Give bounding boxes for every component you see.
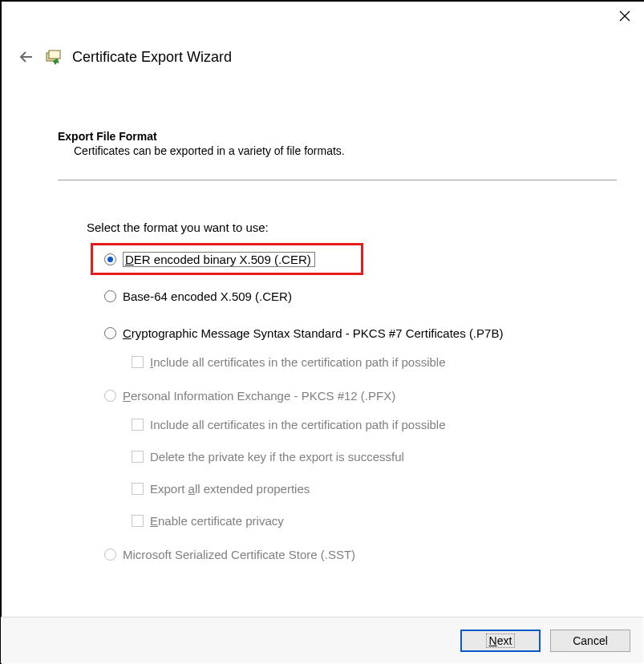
radio-sst-label: Microsoft Serialized Certificate Store (… (123, 548, 355, 561)
check-pfx-privacy-label: Enable certificate privacy (150, 514, 284, 528)
footer-bar: Next Cancel (1, 617, 643, 663)
back-arrow-icon[interactable] (18, 48, 35, 66)
radio-pkcs7[interactable]: Cryptographic Message Syntax Standard - … (104, 324, 617, 342)
radio-icon (104, 390, 116, 402)
radio-icon (104, 253, 116, 265)
radio-icon (104, 327, 116, 339)
radio-pkcs7-label: Cryptographic Message Syntax Standard - … (123, 326, 503, 340)
check-pfx-delete: Delete the private key if the export is … (132, 447, 617, 465)
checkbox-icon (132, 356, 144, 368)
checkbox-icon (132, 451, 144, 463)
content-area: Export File Format Certificates can be e… (2, 66, 644, 563)
next-button[interactable]: Next (460, 630, 541, 652)
radio-der[interactable]: DER encoded binary X.509 (.CER) (104, 250, 617, 268)
wizard-header: Certificate Export Wizard (2, 34, 644, 66)
check-pfx-privacy: Enable certificate privacy (132, 512, 617, 529)
radio-icon (104, 549, 116, 561)
svg-rect-4 (49, 51, 60, 59)
check-pkcs7-include: Include all certificates in the certific… (132, 353, 617, 370)
wizard-title: Certificate Export Wizard (72, 49, 232, 66)
check-pfx-delete-label: Delete the private key if the export is … (150, 450, 404, 464)
format-prompt: Select the format you want to use: (58, 221, 617, 234)
check-pfx-export-props-label: Export all extended properties (150, 482, 310, 496)
radio-der-label: DER encoded binary X.509 (.CER) (123, 252, 315, 267)
options-group: DER encoded binary X.509 (.CER) Base-64 … (58, 250, 617, 563)
title-bar (2, 2, 644, 34)
radio-base64[interactable]: Base-64 encoded X.509 (.CER) (104, 287, 617, 305)
section-description: Certificates can be exported in a variet… (58, 144, 617, 157)
section-title: Export File Format (58, 130, 617, 143)
radio-pfx-label: Personal Information Exchange - PKCS #12… (123, 389, 395, 403)
close-icon[interactable] (617, 8, 633, 24)
checkbox-icon (132, 419, 144, 431)
checkbox-icon (132, 515, 144, 527)
check-pfx-include: Include all certificates in the certific… (132, 415, 617, 433)
cancel-button[interactable]: Cancel (550, 630, 630, 652)
radio-pfx: Personal Information Exchange - PKCS #12… (104, 387, 617, 404)
check-pfx-include-label: Include all certificates in the certific… (150, 418, 446, 431)
radio-base64-label: Base-64 encoded X.509 (.CER) (123, 289, 292, 303)
radio-sst: Microsoft Serialized Certificate Store (… (104, 545, 617, 563)
checkbox-icon (132, 483, 144, 495)
check-pkcs7-include-label: Include all certificates in the certific… (150, 355, 446, 369)
divider (58, 180, 617, 180)
check-pfx-export-props: Export all extended properties (132, 480, 617, 497)
radio-icon (104, 290, 116, 302)
certificate-icon (45, 48, 63, 66)
